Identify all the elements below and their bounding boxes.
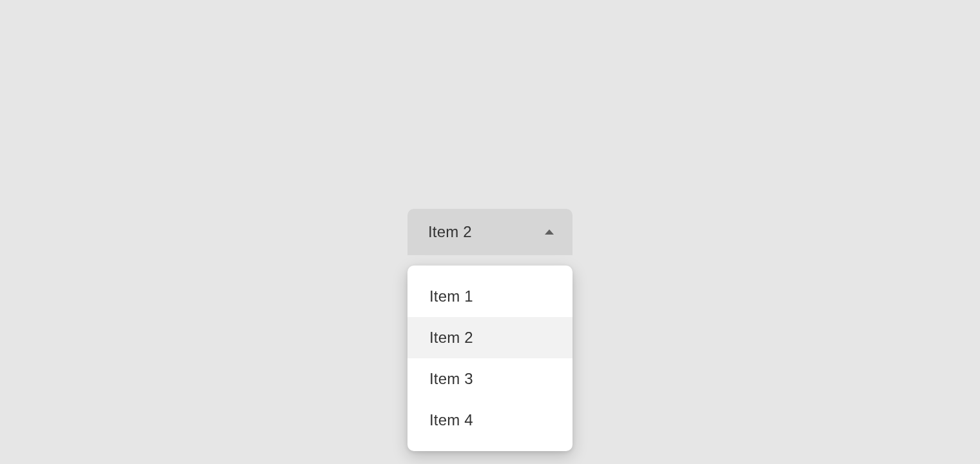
dropdown-option-label: Item 2 bbox=[429, 329, 473, 346]
dropdown-trigger[interactable]: Item 2 bbox=[407, 209, 573, 255]
dropdown-option-1[interactable]: Item 1 bbox=[407, 276, 573, 317]
svg-marker-0 bbox=[545, 229, 554, 235]
dropdown-option-2[interactable]: Item 2 bbox=[407, 317, 573, 358]
dropdown-option-label: Item 3 bbox=[429, 370, 473, 387]
dropdown: Item 2 Item 1 Item 2 Item 3 Item 4 bbox=[407, 209, 573, 255]
dropdown-option-label: Item 1 bbox=[429, 287, 473, 305]
dropdown-option-label: Item 4 bbox=[429, 411, 473, 429]
dropdown-list: Item 1 Item 2 Item 3 Item 4 bbox=[407, 266, 573, 451]
chevron-up-icon bbox=[543, 228, 556, 236]
dropdown-selected-label: Item 2 bbox=[428, 223, 472, 241]
dropdown-option-3[interactable]: Item 3 bbox=[407, 358, 573, 400]
dropdown-option-4[interactable]: Item 4 bbox=[407, 400, 573, 441]
